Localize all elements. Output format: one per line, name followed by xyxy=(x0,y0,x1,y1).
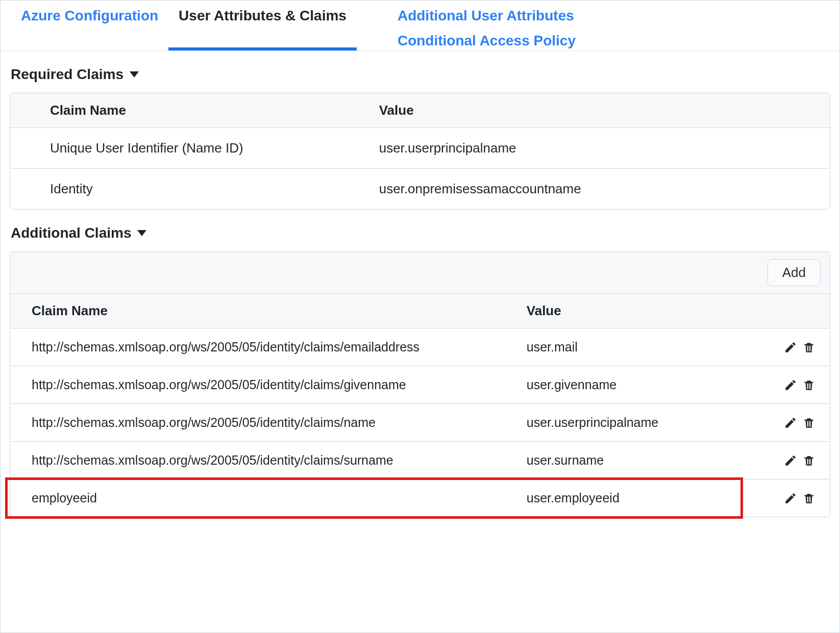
required-claims-header: Claim Name Value xyxy=(10,93,830,128)
required-claim-value: user.onpremisessamaccountname xyxy=(379,181,830,197)
tab-additional-user-attributes[interactable]: Additional User Attributes xyxy=(387,1,586,26)
delete-icon[interactable] xyxy=(802,341,816,354)
delete-icon[interactable] xyxy=(802,378,816,392)
edit-icon[interactable] xyxy=(784,416,797,429)
required-claim-name: Unique User Identifier (Name ID) xyxy=(10,140,379,156)
delete-icon[interactable] xyxy=(802,454,816,467)
delete-icon[interactable] xyxy=(802,416,816,429)
table-row: Unique User Identifier (Name ID) user.us… xyxy=(10,128,830,169)
required-claims-title: Required Claims xyxy=(11,66,123,83)
required-header-value: Value xyxy=(379,103,830,118)
required-claim-value: user.userprincipalname xyxy=(379,140,830,156)
table-row: Identity user.onpremisessamaccountname xyxy=(10,169,830,209)
additional-claim-name: http://schemas.xmlsoap.org/ws/2005/05/id… xyxy=(10,377,527,392)
caret-down-icon xyxy=(137,230,146,236)
additional-header-value: Value xyxy=(527,303,830,319)
additional-claims-toggle[interactable]: Additional Claims xyxy=(1,210,839,251)
additional-claim-name: employeeid xyxy=(10,491,527,505)
additional-claim-value: user.mail xyxy=(527,340,784,355)
edit-icon[interactable] xyxy=(784,454,797,467)
table-row: http://schemas.xmlsoap.org/ws/2005/05/id… xyxy=(10,442,830,479)
additional-claim-name: http://schemas.xmlsoap.org/ws/2005/05/id… xyxy=(10,415,527,430)
required-claim-name: Identity xyxy=(10,181,379,197)
additional-claims-toolbar: Add xyxy=(10,252,830,294)
tab-conditional-access-policy[interactable]: Conditional Access Policy xyxy=(387,26,586,50)
table-row: http://schemas.xmlsoap.org/ws/2005/05/id… xyxy=(10,404,830,442)
additional-claim-value: user.surname xyxy=(527,453,784,468)
row-actions xyxy=(784,454,830,467)
additional-claims-table: Add Claim Name Value http://schemas.xmls… xyxy=(10,251,830,517)
required-claims-toggle[interactable]: Required Claims xyxy=(1,51,839,93)
tab-azure-configuration[interactable]: Azure Configuration xyxy=(11,1,168,50)
page-container: Azure Configuration User Attributes & Cl… xyxy=(0,0,840,633)
caret-down-icon xyxy=(130,71,139,78)
row-actions xyxy=(784,378,830,392)
required-header-claim-name: Claim Name xyxy=(10,103,379,118)
additional-claims-title: Additional Claims xyxy=(11,225,131,241)
delete-icon[interactable] xyxy=(802,492,816,505)
table-row: http://schemas.xmlsoap.org/ws/2005/05/id… xyxy=(10,366,830,404)
tab-bar: Azure Configuration User Attributes & Cl… xyxy=(1,1,839,51)
additional-claim-value: user.givenname xyxy=(527,377,784,392)
additional-header-claim-name: Claim Name xyxy=(10,303,527,319)
edit-icon[interactable] xyxy=(784,378,797,392)
add-claim-button[interactable]: Add xyxy=(768,259,821,286)
tab-group-right: Additional User Attributes Conditional A… xyxy=(357,1,586,50)
tab-user-attributes-claims[interactable]: User Attributes & Claims xyxy=(168,1,357,50)
table-row: http://schemas.xmlsoap.org/ws/2005/05/id… xyxy=(10,328,830,366)
additional-claim-value: user.employeeid xyxy=(527,491,784,505)
edit-icon[interactable] xyxy=(784,341,797,354)
table-row-highlighted: employeeid user.employeeid xyxy=(10,479,830,517)
row-actions xyxy=(784,341,830,354)
row-actions xyxy=(784,492,830,505)
additional-claim-value: user.userprincipalname xyxy=(527,415,784,430)
row-actions xyxy=(784,416,830,429)
edit-icon[interactable] xyxy=(784,492,797,505)
additional-claim-name: http://schemas.xmlsoap.org/ws/2005/05/id… xyxy=(10,340,527,355)
required-claims-table: Claim Name Value Unique User Identifier … xyxy=(10,93,830,210)
additional-claims-header: Claim Name Value xyxy=(10,294,830,328)
additional-claim-name: http://schemas.xmlsoap.org/ws/2005/05/id… xyxy=(10,453,527,468)
